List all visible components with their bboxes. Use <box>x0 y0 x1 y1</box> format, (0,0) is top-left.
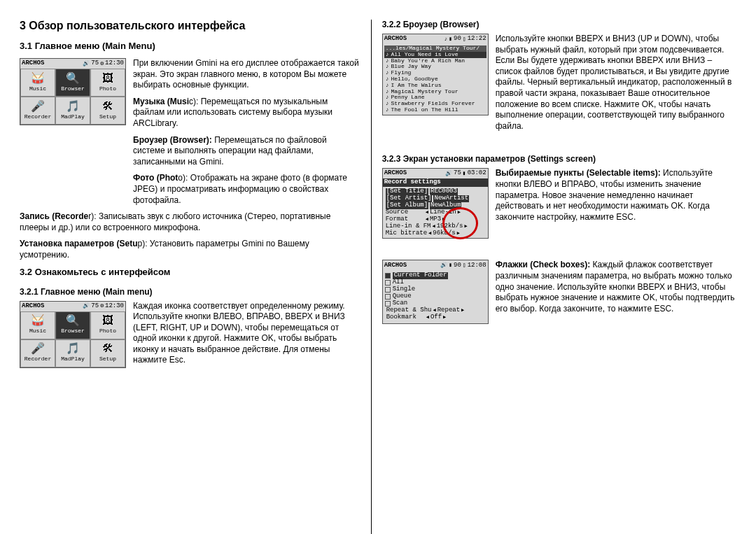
status-value: 75 <box>91 60 99 67</box>
intro-text: При включении Gmini на его дисплее отобр… <box>133 58 360 91</box>
time-value: 12:08 <box>468 262 486 269</box>
page-icon: ▯ <box>463 262 466 269</box>
time-value: 03:02 <box>468 170 486 177</box>
time-value: 12:22 <box>468 36 486 43</box>
checkbox-help: Флажки (Check boxes): Каждый флажок соот… <box>496 260 736 314</box>
battery-icon: ▮ <box>463 171 466 177</box>
setup-line: Установка параметров (Setup): Установить… <box>20 239 360 260</box>
menu-cell-browser: 🔍Browser <box>55 69 90 97</box>
battery-icon: ▮ <box>449 262 452 269</box>
menu-cell-photo: 🖼Photo <box>90 69 125 97</box>
volume-icon: 🔊 <box>83 61 90 67</box>
section-3-2-2: 3.2.2 Броузер (Browser) <box>382 20 736 29</box>
section-3-2-1: 3.2.1 Главное меню (Main menu) <box>20 287 360 297</box>
time-value: 12:30 <box>105 303 124 310</box>
device-browser: ARCHOS ♪ ▮ 90 ▯ 12:22 ...les/Magical Mys… <box>382 34 489 115</box>
volume-icon: 🔊 <box>445 171 452 177</box>
menu-cell-setup: 🛠Setup <box>90 97 125 125</box>
file-item: ♪The Fool on The Hill <box>384 107 486 113</box>
settings-row: Mic bitrate◀96kb/s▶ <box>384 230 486 237</box>
gear-icon: ⚙ <box>100 303 104 309</box>
menu-cell-photo: 🖼Photo <box>90 311 125 339</box>
music-line: Музыка (Music): Перемещаться по музыкаль… <box>133 97 360 129</box>
device-brand: ARCHOS <box>384 262 440 269</box>
section-3-2-3: 3.2.3 Экран установки параметров (Settin… <box>382 154 736 164</box>
menu-cell-madplay: 🎵MadPlay <box>55 97 90 125</box>
page-icon: ▯ <box>463 36 466 43</box>
menu-cell-setup: 🛠Setup <box>90 339 125 367</box>
battery-icon: ▮ <box>449 36 452 43</box>
battery-value: 75 <box>454 170 461 177</box>
main-menu-help: Каждая иконка соответствует определенном… <box>133 301 360 367</box>
device-brand: ARCHOS <box>22 60 81 67</box>
time-value: 12:30 <box>105 60 124 67</box>
device-record-settings: ARCHOS 🔊 75 ▮ 03:02 Record settings [Set… <box>382 168 489 239</box>
device-main-menu-1: ARCHOS 🔊 75 ⚙ 12:30 🥁Music🔍Browser🖼Photo… <box>20 58 126 125</box>
photo-line: Фото (Photo): Отображать на экране фото … <box>133 173 360 206</box>
device-main-menu-2: ARCHOS 🔊 75 ⚙ 12:30 🥁Music🔍Browser🖼Photo… <box>20 301 126 368</box>
page-title: 3 Обзор пользовательского интерфейса <box>20 20 360 32</box>
device-playmode: ARCHOS 🔊 ▮ 90 ▯ 12:08 Current FolderAllS… <box>382 260 489 323</box>
browser-help: Используйте кнопки ВВЕРХ и ВНИЗ (UP и DO… <box>496 34 736 132</box>
section-3-2: 3.2 Ознакомьтесь с интерфейсом <box>20 267 360 277</box>
device-brand: ARCHOS <box>22 303 81 310</box>
browser-line: Броузер (Browser): Перемещаться по файло… <box>133 135 360 168</box>
device-brand: ARCHOS <box>384 36 443 43</box>
menu-cell-recorder: 🎤Recorder <box>20 339 55 367</box>
section-3-1: 3.1 Главное меню (Main Menu) <box>20 41 360 51</box>
settings-header: Record settings <box>383 178 488 187</box>
volume-icon: 🔊 <box>440 262 447 269</box>
volume-icon: 🔊 <box>83 303 90 309</box>
gear-icon: ⚙ <box>100 61 104 67</box>
menu-cell-recorder: 🎤Recorder <box>20 97 55 125</box>
menu-cell-music: 🥁Music <box>20 69 55 97</box>
menu-cell-browser: 🔍Browser <box>55 311 90 339</box>
selectable-help: Выбираемые пункты (Selectable items): Ис… <box>496 168 736 223</box>
recorder-line: Запись (Recorder): Записывать звук с люб… <box>20 211 360 233</box>
play-setting-row: Bookmark◀Off▶ <box>385 314 486 321</box>
battery-value: 90 <box>454 36 461 43</box>
battery-value: 90 <box>454 262 461 269</box>
menu-cell-music: 🥁Music <box>20 311 55 339</box>
menu-cell-madplay: 🎵MadPlay <box>55 339 90 367</box>
device-brand: ARCHOS <box>384 170 444 177</box>
note-icon: ♪ <box>444 36 447 43</box>
status-value: 75 <box>91 303 99 310</box>
